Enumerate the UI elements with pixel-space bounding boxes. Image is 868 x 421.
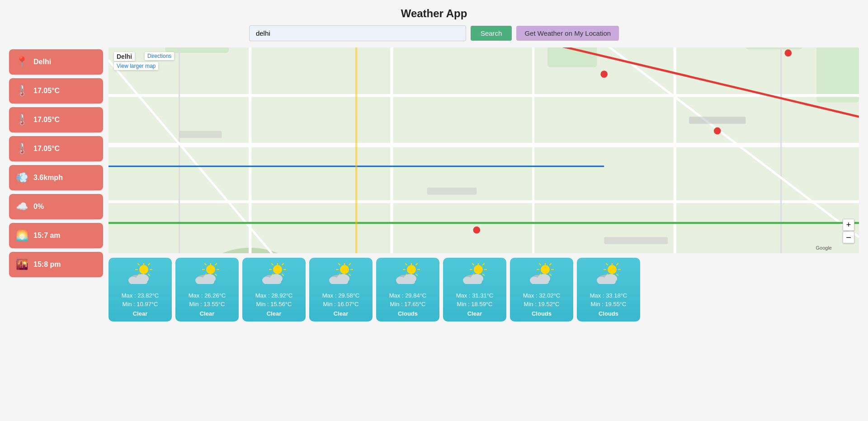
map-area: Delhi Directions View larger map + − Goo… bbox=[108, 47, 859, 323]
forecast-card-5: Max : 31.31°C Min : 18.59°C Clear bbox=[443, 258, 506, 322]
sidebar-card-feels: 🌡️ 17.05°C bbox=[9, 107, 103, 132]
map-attribution: Google bbox=[816, 245, 832, 251]
forecast-min-7: Min : 19.55°C bbox=[591, 301, 627, 307]
svg-point-112 bbox=[541, 265, 550, 274]
sidebar-card-minmax: 🌡️ 17.05°C bbox=[9, 136, 103, 161]
forecast-max-0: Max : 23.82°C bbox=[122, 292, 159, 299]
map-larger-link[interactable]: View larger map bbox=[114, 62, 158, 70]
forecast-icon-7 bbox=[595, 263, 622, 289]
svg-line-92 bbox=[416, 274, 417, 275]
svg-line-40 bbox=[148, 274, 150, 275]
forecast-max-4: Max : 29.84°C bbox=[389, 292, 427, 299]
forecast-condition-0: Clear bbox=[133, 310, 148, 317]
sidebar-icon-sunset: 🌇 bbox=[15, 259, 28, 270]
forecast-card-1: Max : 26.26°C Min : 13.55°C Clear bbox=[175, 258, 239, 322]
svg-rect-111 bbox=[464, 279, 482, 284]
svg-point-60 bbox=[273, 265, 282, 274]
forecast-icon-6 bbox=[528, 263, 555, 289]
forecast-min-4: Min : 17.65°C bbox=[390, 301, 426, 307]
forecast-icon-4 bbox=[394, 263, 421, 289]
svg-line-78 bbox=[339, 264, 340, 265]
sidebar-icon-wind: 💨 bbox=[15, 172, 28, 184]
sidebar-card-wind: 💨 3.6kmph bbox=[9, 165, 103, 190]
svg-point-26 bbox=[785, 49, 792, 57]
svg-line-41 bbox=[148, 264, 150, 265]
sidebar-label-sunrise: 15:7 am bbox=[33, 232, 61, 240]
forecast-icon-2 bbox=[260, 263, 288, 289]
svg-rect-3 bbox=[745, 47, 802, 49]
svg-rect-124 bbox=[531, 279, 549, 284]
forecast-card-4: Max : 29.84°C Min : 17.65°C Clouds bbox=[376, 258, 439, 322]
svg-rect-98 bbox=[397, 279, 415, 284]
sidebar-label-wind: 3.6kmph bbox=[33, 174, 63, 182]
forecast-row: Max : 23.82°C Min : 10.97°C Clear Max : … bbox=[108, 258, 859, 323]
map-zoom-out-button[interactable]: − bbox=[843, 232, 854, 243]
forecast-icon-3 bbox=[327, 263, 354, 289]
svg-line-39 bbox=[138, 264, 139, 265]
forecast-min-3: Min : 16.07°C bbox=[323, 301, 359, 307]
map-container: Delhi Directions View larger map + − Goo… bbox=[108, 47, 859, 253]
svg-rect-2 bbox=[547, 47, 597, 67]
main-content: 📍 Delhi 🌡️ 17.05°C 🌡️ 17.05°C 🌡️ 17.05°C… bbox=[0, 47, 868, 323]
svg-line-65 bbox=[272, 264, 273, 265]
sidebar: 📍 Delhi 🌡️ 17.05°C 🌡️ 17.05°C 🌡️ 17.05°C… bbox=[9, 47, 108, 323]
forecast-condition-5: Clear bbox=[467, 310, 482, 317]
map-placeholder: Delhi Directions View larger map + − Goo… bbox=[108, 47, 859, 253]
svg-rect-46 bbox=[129, 279, 147, 284]
map-zoom-in-button[interactable]: + bbox=[843, 219, 854, 231]
sidebar-icon-cloud: ☁️ bbox=[15, 201, 28, 213]
svg-line-54 bbox=[215, 264, 217, 265]
svg-rect-85 bbox=[330, 279, 348, 284]
svg-line-66 bbox=[282, 274, 283, 275]
svg-line-53 bbox=[215, 274, 217, 275]
svg-line-117 bbox=[539, 264, 541, 265]
svg-line-131 bbox=[617, 274, 618, 275]
forecast-min-5: Min : 18.59°C bbox=[457, 301, 493, 307]
sidebar-icon-minmax: 🌡️ bbox=[15, 143, 28, 155]
svg-line-119 bbox=[550, 264, 551, 265]
search-button[interactable]: Search bbox=[471, 26, 512, 41]
svg-point-99 bbox=[474, 265, 483, 274]
forecast-min-0: Min : 10.97°C bbox=[123, 301, 158, 307]
svg-rect-30 bbox=[689, 117, 745, 124]
forecast-max-6: Max : 32.02°C bbox=[523, 292, 561, 299]
sidebar-card-sunrise: 🌅 15:7 am bbox=[9, 223, 103, 248]
location-button[interactable]: Get Weather on My Location bbox=[516, 26, 619, 41]
svg-point-125 bbox=[608, 265, 617, 274]
sidebar-card-city: 📍 Delhi bbox=[9, 49, 103, 75]
app-title: Weather App bbox=[0, 0, 868, 25]
svg-line-104 bbox=[472, 264, 474, 265]
sidebar-icon-temp: 🌡️ bbox=[15, 85, 28, 97]
forecast-max-7: Max : 33.18°C bbox=[590, 292, 627, 299]
sidebar-icon-city: 📍 bbox=[15, 56, 28, 68]
svg-rect-32 bbox=[427, 188, 477, 195]
svg-line-52 bbox=[205, 264, 206, 265]
sidebar-label-sunset: 15:8 pm bbox=[33, 260, 61, 269]
forecast-card-7: Max : 33.18°C Min : 19.55°C Clouds bbox=[577, 258, 640, 322]
forecast-card-6: Max : 32.02°C Min : 19.52°C Clouds bbox=[510, 258, 573, 322]
svg-point-25 bbox=[714, 128, 721, 135]
svg-rect-59 bbox=[196, 279, 214, 284]
svg-rect-33 bbox=[604, 237, 668, 244]
map-directions-link[interactable]: Directions bbox=[145, 52, 174, 60]
forecast-icon-5 bbox=[461, 263, 488, 289]
svg-line-79 bbox=[349, 274, 350, 275]
svg-line-67 bbox=[282, 264, 283, 265]
forecast-card-2: Max : 28.92°C Min : 15.56°C Clear bbox=[242, 258, 306, 322]
svg-line-105 bbox=[483, 274, 484, 275]
forecast-max-3: Max : 29.58°C bbox=[322, 292, 360, 299]
forecast-icon-1 bbox=[193, 263, 221, 289]
sidebar-card-cloud: ☁️ 0% bbox=[9, 194, 103, 219]
forecast-min-1: Min : 13.55°C bbox=[189, 301, 225, 307]
forecast-condition-6: Clouds bbox=[532, 310, 552, 317]
search-input[interactable] bbox=[249, 25, 466, 41]
forecast-icon-0 bbox=[127, 263, 154, 289]
forecast-max-1: Max : 26.26°C bbox=[189, 292, 226, 299]
svg-rect-72 bbox=[263, 279, 281, 284]
sidebar-icon-sunrise: 🌅 bbox=[15, 230, 28, 241]
svg-point-24 bbox=[600, 71, 608, 78]
search-bar: Search Get Weather on My Location bbox=[0, 25, 868, 41]
svg-line-80 bbox=[349, 264, 350, 265]
forecast-condition-7: Clouds bbox=[599, 310, 618, 317]
svg-rect-137 bbox=[598, 279, 616, 284]
